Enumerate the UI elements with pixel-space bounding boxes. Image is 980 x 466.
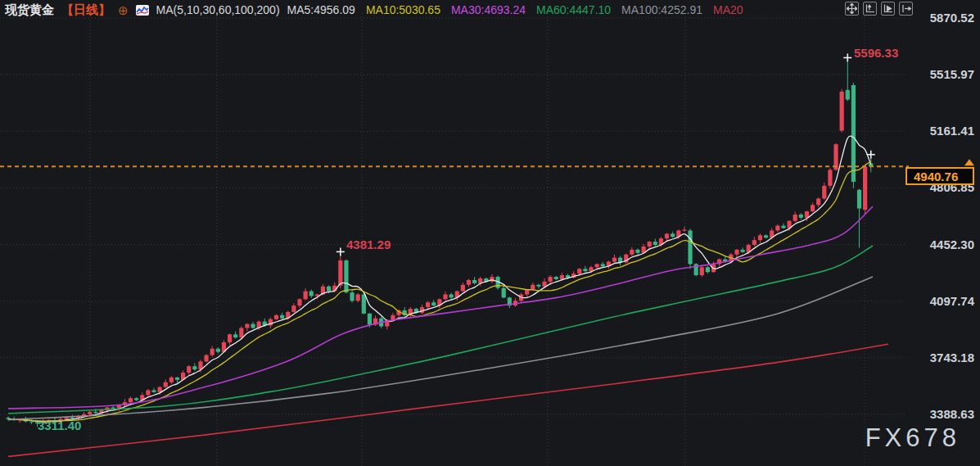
chart-toolbar <box>845 2 913 16</box>
timeframe-label[interactable]: 【日线】 <box>61 2 111 18</box>
ma-readout-group: MA5:4956.09MA10:5030.65MA30:4693.24MA60:… <box>287 3 743 16</box>
price-axis-label: 4097.74 <box>901 294 974 308</box>
ma-params-label: MA(5,10,30,60,100,200) <box>156 3 280 16</box>
axis-scale-icon[interactable] <box>863 2 877 16</box>
shift-right-icon[interactable] <box>899 2 913 16</box>
circle-plus-icon[interactable]: ⊕ <box>118 4 129 16</box>
ma-line-ma60 <box>8 246 873 414</box>
playback-icon[interactable] <box>881 2 895 16</box>
ma-line-ma30 <box>8 206 873 409</box>
pan-icon[interactable] <box>845 2 859 16</box>
ma-readout: MA20 <box>713 3 743 16</box>
price-axis-label: 5161.41 <box>901 124 974 138</box>
price-annotation: 4381.29 <box>346 238 391 251</box>
price-axis-label: 3388.63 <box>901 407 974 421</box>
ma-readout: MA30:4693.24 <box>451 3 526 16</box>
ma-line-ma5 <box>8 136 871 422</box>
ma-line-ma10 <box>8 161 871 421</box>
symbol-title: 现货黄金 <box>5 2 54 18</box>
price-arrow-icon[interactable] <box>964 159 974 165</box>
chart-window: 现货黄金 【日线】 ⊕ MA(5,10,30,60,100,200) MA5:4… <box>0 0 980 466</box>
price-axis-label: 5515.97 <box>901 67 974 81</box>
price-axis-label: 3743.18 <box>901 351 974 364</box>
ma-readout: MA100:4252.91 <box>621 3 702 16</box>
ma-readout: MA60:4447.10 <box>536 3 611 16</box>
last-price-tag: 4940.76 <box>905 167 974 185</box>
ma-line-ma200 <box>8 344 888 456</box>
chart-header: 现货黄金 【日线】 ⊕ MA(5,10,30,60,100,200) MA5:4… <box>5 2 743 17</box>
price-axis-label: 4452.30 <box>901 238 974 251</box>
price-annotation: 5596.33 <box>854 46 898 60</box>
price-annotation: 3311.40 <box>38 418 81 432</box>
candlestick-chart-canvas[interactable] <box>0 0 980 466</box>
ma-readout: MA5:4956.09 <box>287 3 355 16</box>
ma-readout: MA10:5030.65 <box>366 3 440 16</box>
watermark-logo: FX678 <box>865 423 960 453</box>
mini-chart-icon[interactable] <box>136 5 149 16</box>
